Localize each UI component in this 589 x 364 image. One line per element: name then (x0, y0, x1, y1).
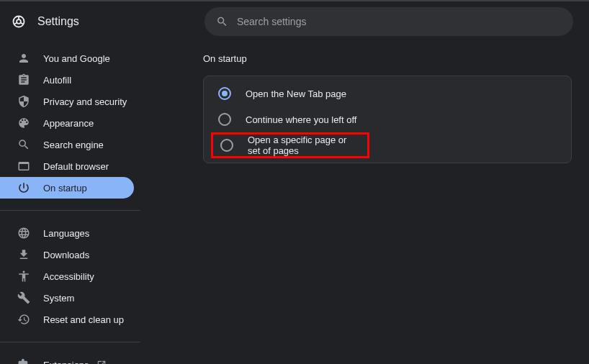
startup-option-continue[interactable]: Continue where you left off (204, 106, 571, 132)
sidebar-item-label: Reset and clean up (43, 314, 124, 325)
main-content: On startup Open the New Tab page Continu… (166, 42, 589, 364)
page-title: Settings (37, 15, 79, 28)
restore-icon (17, 313, 30, 326)
startup-options-panel: Open the New Tab page Continue where you… (203, 76, 572, 163)
radio-icon (218, 87, 231, 100)
palette-icon (17, 117, 30, 129)
sidebar-item-label: Autofill (43, 75, 71, 86)
sidebar-item-label: Accessibility (43, 271, 94, 282)
shield-icon (17, 95, 30, 108)
download-icon (17, 248, 30, 261)
sidebar-item-label: System (43, 293, 74, 304)
sidebar-item-autofill[interactable]: Autofill (0, 69, 134, 91)
sidebar-item-search-engine[interactable]: Search engine (0, 134, 134, 155)
globe-icon (17, 227, 30, 240)
search-container (204, 7, 573, 36)
startup-option-specific-pages-highlight: Open a specific page or set of pages (204, 132, 571, 158)
header: Settings (0, 1, 589, 42)
sidebar: You and Google Autofill Privacy and secu… (0, 42, 166, 364)
sidebar-item-label: Downloads (43, 250, 89, 260)
radio-icon (218, 113, 231, 126)
wrench-icon (17, 291, 30, 304)
radio-icon (220, 139, 233, 152)
external-link-icon (96, 360, 107, 364)
clipboard-icon (17, 73, 30, 86)
sidebar-item-extensions[interactable]: Extensions (0, 354, 134, 364)
sidebar-group-advanced: Languages Downloads Accessibility System… (0, 217, 166, 336)
sidebar-item-label: Default browser (43, 161, 109, 172)
divider (0, 210, 140, 211)
chrome-logo-icon (12, 14, 26, 29)
power-icon (17, 181, 30, 194)
person-icon (17, 52, 30, 65)
divider (0, 342, 140, 342)
sidebar-group-footer: Extensions About Chrome (0, 348, 166, 364)
sidebar-item-reset[interactable]: Reset and clean up (0, 309, 134, 330)
sidebar-item-label: On startup (43, 183, 87, 194)
sidebar-item-label: Search engine (43, 140, 104, 150)
header-brand: Settings (12, 14, 204, 29)
section-title: On startup (203, 53, 577, 64)
browser-icon (17, 160, 30, 173)
sidebar-item-appearance[interactable]: Appearance (0, 112, 134, 134)
search-input[interactable] (237, 16, 562, 27)
sidebar-item-label: Appearance (43, 118, 94, 129)
sidebar-item-accessibility[interactable]: Accessibility (0, 265, 134, 287)
sidebar-item-label: Privacy and security (43, 96, 127, 107)
sidebar-item-languages[interactable]: Languages (0, 222, 134, 244)
sidebar-item-default-browser[interactable]: Default browser (0, 155, 134, 177)
sidebar-item-downloads[interactable]: Downloads (0, 244, 134, 265)
startup-option-new-tab[interactable]: Open the New Tab page (204, 81, 571, 106)
extension-icon (17, 358, 30, 364)
sidebar-item-system[interactable]: System (0, 287, 134, 309)
startup-option-specific-pages[interactable]: Open a specific page or set of pages (211, 132, 369, 158)
radio-label: Continue where you left off (246, 114, 356, 125)
sidebar-item-you-and-google[interactable]: You and Google (0, 47, 134, 69)
radio-label: Open the New Tab page (246, 88, 346, 99)
search-input-wrap[interactable] (204, 7, 573, 36)
sidebar-group-main: You and Google Autofill Privacy and secu… (0, 42, 166, 204)
sidebar-item-label: You and Google (43, 53, 110, 64)
search-icon (216, 15, 228, 28)
accessibility-icon (17, 270, 30, 283)
search-icon (17, 138, 30, 151)
sidebar-item-privacy[interactable]: Privacy and security (0, 91, 134, 112)
radio-label: Open a specific page or set of pages (248, 135, 353, 156)
sidebar-item-label: Extensions (43, 360, 89, 365)
sidebar-item-on-startup[interactable]: On startup (0, 177, 134, 199)
sidebar-item-label: Languages (43, 228, 89, 239)
